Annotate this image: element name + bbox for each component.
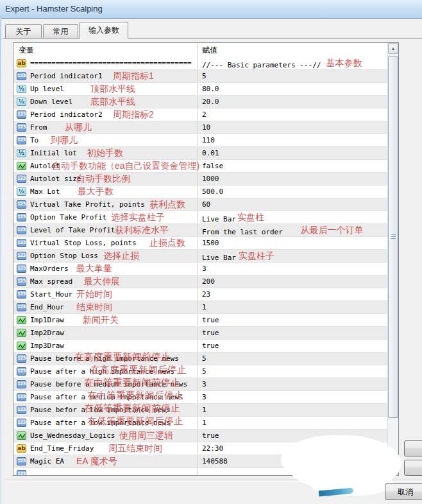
- param-value[interactable]: true: [202, 329, 219, 337]
- param-row[interactable]: ½Initial lot初始手数0.01: [13, 147, 387, 160]
- param-value-cell[interactable]: 5: [198, 70, 387, 82]
- param-value[interactable]: 20.0: [202, 98, 219, 106]
- param-row[interactable]: 123Pause after a low importance news在低等重…: [13, 417, 387, 430]
- param-row[interactable]: Imp1Draw新闻开关true: [13, 314, 387, 327]
- param-value[interactable]: Live Bar实盘柱子: [202, 252, 274, 263]
- param-value[interactable]: 500.0: [202, 187, 223, 196]
- param-row[interactable]: 123To到哪儿110: [13, 134, 387, 147]
- param-row[interactable]: ½Max Lot最大手数500.0: [13, 186, 387, 198]
- param-value-cell[interactable]: true: [198, 327, 387, 339]
- param-value[interactable]: 3: [202, 393, 207, 401]
- param-value[interactable]: true: [202, 342, 219, 350]
- param-value-cell[interactable]: 3: [198, 263, 387, 275]
- param-value[interactable]: 22:30: [202, 444, 223, 453]
- param-value[interactable]: 1500: [202, 239, 219, 247]
- cancel-button[interactable]: 取消: [385, 483, 422, 500]
- param-value-cell[interactable]: 1: [198, 301, 387, 313]
- param-row[interactable]: 123Pause befor a low importance news在低等重…: [13, 404, 387, 417]
- param-row[interactable]: 123Option Stop Loss选择止损Live Bar实盘柱子: [13, 250, 387, 263]
- param-value-cell[interactable]: 1500: [198, 237, 387, 249]
- param-value-cell[interactable]: From the last order从最后一个订单: [198, 224, 387, 236]
- param-value-cell[interactable]: 110: [198, 134, 387, 146]
- param-row[interactable]: 123Autolot size自动手数比例1000: [13, 173, 387, 186]
- param-row[interactable]: ½Down level底部水平线20.0: [13, 96, 387, 109]
- tab-about[interactable]: 关于: [5, 24, 42, 38]
- tab-inputs[interactable]: 输入参数: [80, 22, 128, 39]
- param-value[interactable]: 1: [202, 303, 207, 311]
- side-button-save[interactable]: [404, 460, 422, 476]
- param-value[interactable]: 0.01: [202, 149, 219, 157]
- type-int-icon: 123: [17, 354, 26, 363]
- param-value-cell[interactable]: 5: [198, 365, 387, 378]
- param-row[interactable]: ½Up level顶部水平线80.0: [13, 83, 387, 96]
- param-value[interactable]: false: [202, 162, 223, 170]
- param-row[interactable]: Imp3Drawtrue: [13, 340, 387, 352]
- param-row[interactable]: 123End_Hour结束时间1: [13, 301, 387, 314]
- param-value[interactable]: 1: [202, 419, 207, 427]
- param-value-cell[interactable]: 20.0: [198, 96, 387, 108]
- param-value-cell[interactable]: 1: [198, 404, 387, 416]
- param-value[interactable]: 80.0: [202, 85, 219, 93]
- param-row[interactable]: 123From从哪儿10: [13, 121, 387, 134]
- param-row[interactable]: 123Max spread最大伸展200: [13, 275, 387, 288]
- param-row[interactable]: 123Period indicator1周期指标15: [13, 70, 387, 83]
- param-value-cell[interactable]: true: [198, 314, 387, 326]
- param-value[interactable]: 23: [202, 290, 210, 299]
- param-value[interactable]: 10: [202, 123, 210, 132]
- param-value-cell[interactable]: 1000: [198, 173, 387, 185]
- param-value[interactable]: Live Bar实盘柱: [202, 213, 264, 225]
- param-value[interactable]: 1000: [202, 175, 219, 183]
- param-row[interactable]: Imp2Drawtrue: [13, 327, 387, 340]
- side-button-load[interactable]: [404, 440, 422, 456]
- param-value-cell[interactable]: 0.01: [198, 147, 387, 159]
- param-value[interactable]: 3: [202, 265, 207, 273]
- param-row[interactable]: 123Pause before a high importance news在高…: [13, 352, 387, 365]
- param-row[interactable]: 123Pause after a medium importance news在…: [13, 391, 387, 404]
- param-value[interactable]: 5: [202, 367, 207, 376]
- param-value-cell[interactable]: 200: [198, 275, 387, 288]
- param-row[interactable]: 123Level of Take Profit获利标准水平From the la…: [13, 224, 387, 237]
- param-row[interactable]: Autolot自动手数功能（ea自己设置资金管理)false: [13, 160, 387, 173]
- param-value[interactable]: 2: [202, 110, 207, 119]
- param-value-cell[interactable]: 80.0: [198, 83, 387, 95]
- param-value[interactable]: //--- Basic parameters ---//基本参数: [202, 59, 362, 71]
- param-value[interactable]: 110: [202, 136, 215, 144]
- param-value[interactable]: 200: [202, 277, 215, 286]
- param-value-cell[interactable]: true: [198, 340, 387, 352]
- param-value-cell[interactable]: 500.0: [198, 186, 387, 198]
- param-value-cell[interactable]: 2: [198, 109, 387, 121]
- scrollbar-thumb[interactable]: [388, 56, 398, 418]
- param-value[interactable]: true: [202, 316, 219, 324]
- param-value-cell[interactable]: false: [198, 160, 387, 172]
- param-value-cell[interactable]: Live Bar实盘柱: [198, 211, 387, 223]
- param-row[interactable]: 123Pause before a medium importance news…: [13, 378, 387, 391]
- param-value-cell[interactable]: //--- Basic parameters ---//基本参数: [198, 57, 387, 69]
- param-value-cell[interactable]: 23: [198, 288, 387, 300]
- param-row[interactable]: 123Pause after a high importance news在高度…: [13, 365, 387, 378]
- param-value[interactable]: true: [202, 431, 219, 440]
- param-value[interactable]: 5: [202, 354, 207, 363]
- param-row[interactable]: 123Option Take Profit选择实盘柱子Live Bar实盘柱: [13, 211, 387, 224]
- param-value[interactable]: 60: [202, 200, 210, 209]
- param-row[interactable]: 123MaxOrders最大单量3: [13, 263, 387, 275]
- param-value-cell[interactable]: 3: [198, 391, 387, 403]
- param-row[interactable]: 123Start_Hour开始时间23: [13, 288, 387, 301]
- param-value[interactable]: 1: [202, 406, 207, 414]
- param-value[interactable]: 3: [202, 380, 207, 388]
- param-value-cell[interactable]: 60: [198, 198, 387, 211]
- scroll-up-button[interactable]: ▲: [388, 43, 398, 54]
- tab-common[interactable]: 常用: [43, 24, 78, 38]
- param-value-cell[interactable]: 3: [198, 378, 387, 390]
- param-row[interactable]: 123Period indicator2周期指标22: [13, 109, 387, 121]
- param-row[interactable]: ab======================================…: [13, 57, 387, 70]
- vertical-scrollbar[interactable]: ▲ ▼: [387, 43, 398, 475]
- param-row[interactable]: 123Virtual Take Profit, points获利点数60: [13, 198, 387, 211]
- param-value-cell[interactable]: 1: [198, 417, 387, 429]
- param-value[interactable]: 140588: [202, 457, 228, 465]
- param-value[interactable]: From the last order从最后一个订单: [202, 226, 364, 238]
- param-value-cell[interactable]: Live Bar实盘柱子: [198, 250, 387, 262]
- param-value-cell[interactable]: 10: [198, 121, 387, 134]
- param-value[interactable]: 5: [202, 72, 207, 80]
- param-value-cell[interactable]: 5: [198, 352, 387, 365]
- param-row[interactable]: 123Virtual Stop Loss, points止损点数1500: [13, 237, 387, 250]
